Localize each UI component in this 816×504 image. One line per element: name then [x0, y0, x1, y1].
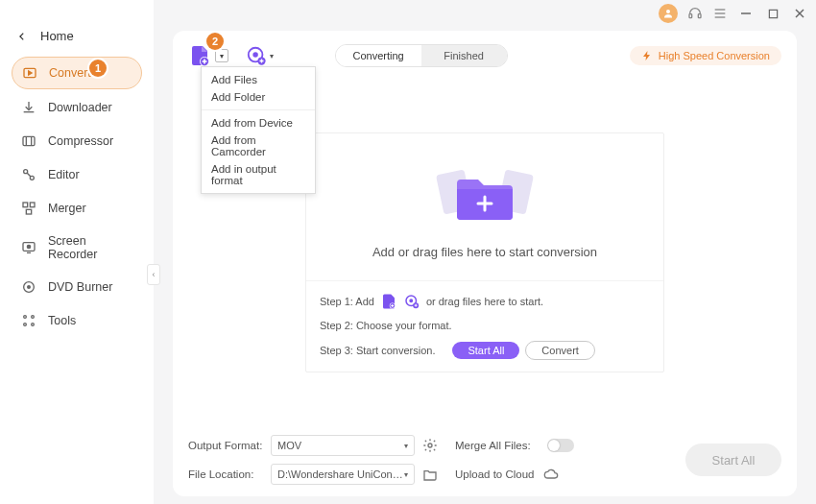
svg-rect-12: [23, 136, 35, 145]
sidebar-item-editor[interactable]: Editor: [12, 159, 142, 190]
svg-line-17: [27, 173, 31, 177]
svg-point-26: [24, 316, 27, 319]
downloader-icon: [21, 100, 36, 115]
output-settings-button[interactable]: [420, 436, 440, 455]
merge-files-toggle[interactable]: [547, 439, 605, 452]
sidebar-item-converter[interactable]: Converter: [12, 57, 142, 89]
high-speed-conversion-button[interactable]: High Speed Conversion: [630, 46, 781, 65]
step3-text: Step 3: Start conversion.: [320, 345, 435, 356]
start-all-pill[interactable]: Start All: [452, 342, 519, 359]
tab-converting[interactable]: Converting: [336, 45, 421, 66]
svg-point-27: [32, 316, 35, 319]
merge-files-label: Merge All Files:: [455, 440, 541, 451]
file-location-label: File Location:: [188, 468, 265, 480]
add-file-dropdown-menu: Add Files Add Folder Add from Device Add…: [201, 66, 316, 194]
sidebar-label: Screen Recorder: [48, 234, 132, 261]
open-folder-button[interactable]: [420, 465, 440, 484]
add-file-mini-icon[interactable]: [380, 293, 397, 310]
menu-add-folder[interactable]: Add Folder: [202, 88, 315, 106]
add-file-button[interactable]: [188, 44, 211, 67]
sidebar-label: DVD Burner: [48, 280, 112, 294]
file-location-value: D:\Wondershare UniConverter 1: [277, 468, 404, 480]
add-file-icon: [188, 44, 211, 67]
svg-rect-19: [30, 203, 35, 207]
chevron-down-icon: ▾: [270, 52, 274, 60]
annotation-badge-2: 2: [206, 33, 224, 50]
step2-text: Step 2: Choose your format.: [320, 320, 650, 331]
svg-rect-18: [23, 203, 28, 207]
folder-plus-icon: [432, 155, 538, 231]
svg-point-28: [24, 324, 27, 326]
add-dvd-icon: [246, 45, 267, 66]
lightning-icon: [641, 50, 653, 61]
start-all-button[interactable]: Start All: [685, 444, 781, 476]
compressor-icon: [21, 133, 36, 149]
output-format-select[interactable]: MOV ▾: [271, 435, 415, 456]
tools-icon: [21, 313, 36, 328]
converter-icon: [22, 65, 37, 81]
sidebar-label: Downloader: [48, 101, 112, 114]
annotation-badge-1: 1: [89, 60, 107, 77]
sidebar-label: Compressor: [48, 134, 113, 148]
bottom-bar: Output Format: MOV ▾ Merge All Files: Fi…: [188, 433, 781, 487]
step1-prefix: Step 1: Add: [320, 296, 374, 307]
menu-add-from-device[interactable]: Add from Device: [202, 114, 315, 132]
convert-pill[interactable]: Convert: [525, 341, 595, 360]
sidebar-item-downloader[interactable]: Downloader: [12, 92, 142, 123]
editor-icon: [21, 167, 36, 182]
svg-rect-20: [26, 209, 31, 214]
chevron-down-icon: ▾: [404, 470, 408, 479]
sidebar-item-tools[interactable]: Tools: [12, 305, 142, 336]
drop-zone-message: Add or drag files here to start conversi…: [372, 245, 597, 259]
folder-icon: [422, 467, 438, 482]
steps-panel: Step 1: Add or drag files here to start.…: [306, 280, 663, 372]
main-area: ▾ ▾ Converting Finished High Speed Conve…: [154, 0, 816, 504]
svg-point-29: [32, 324, 35, 326]
sidebar-label: Editor: [48, 168, 80, 181]
merger-icon: [21, 201, 36, 216]
upload-cloud-label: Upload to Cloud: [455, 468, 534, 480]
drop-zone[interactable]: Add or drag files here to start conversi…: [305, 132, 664, 372]
content-panel: ▾ ▾ Converting Finished High Speed Conve…: [173, 31, 797, 496]
step1-suffix: or drag files here to start.: [426, 296, 543, 307]
add-dvd-button[interactable]: ▾: [246, 45, 274, 66]
add-dvd-mini-icon[interactable]: [403, 293, 420, 310]
svg-marker-11: [29, 71, 32, 75]
dvd-burner-icon: [21, 279, 36, 295]
gear-icon: [422, 438, 438, 453]
menu-add-from-camcorder[interactable]: Add from Camcorder: [202, 132, 315, 160]
sidebar-item-compressor[interactable]: Compressor: [12, 126, 142, 156]
screen-recorder-icon: [21, 240, 36, 255]
output-format-value: MOV: [277, 440, 301, 451]
sidebar-item-screen-recorder[interactable]: Screen Recorder: [12, 227, 142, 269]
sidebar-item-merger[interactable]: Merger: [12, 193, 142, 224]
sidebar: Home Converter Downloader Compressor Edi…: [0, 0, 154, 504]
upload-cloud-button[interactable]: [541, 465, 561, 484]
svg-point-44: [428, 444, 432, 447]
high-speed-label: High Speed Conversion: [659, 50, 770, 61]
status-segmented-control: Converting Finished: [335, 44, 508, 67]
sidebar-item-dvd-burner[interactable]: DVD Burner: [12, 272, 142, 302]
menu-add-in-output-format[interactable]: Add in output format: [202, 160, 315, 189]
output-format-label: Output Format:: [188, 440, 265, 451]
add-file-dropdown-trigger[interactable]: ▾: [215, 49, 228, 62]
chevron-down-icon: ▾: [404, 442, 408, 450]
menu-add-files[interactable]: Add Files: [202, 71, 315, 88]
top-toolbar: ▾ ▾ Converting Finished High Speed Conve…: [188, 44, 781, 67]
svg-point-33: [253, 53, 257, 57]
sidebar-label: Merger: [48, 202, 86, 215]
svg-point-25: [28, 286, 31, 289]
back-home[interactable]: Home: [0, 25, 154, 57]
tab-finished[interactable]: Finished: [421, 45, 507, 66]
file-location-select[interactable]: D:\Wondershare UniConverter 1 ▾: [271, 464, 415, 485]
sidebar-label: Tools: [48, 314, 76, 327]
cloud-icon: [543, 467, 559, 482]
svg-point-22: [27, 245, 30, 248]
svg-point-42: [410, 300, 412, 301]
back-label: Home: [40, 29, 74, 43]
